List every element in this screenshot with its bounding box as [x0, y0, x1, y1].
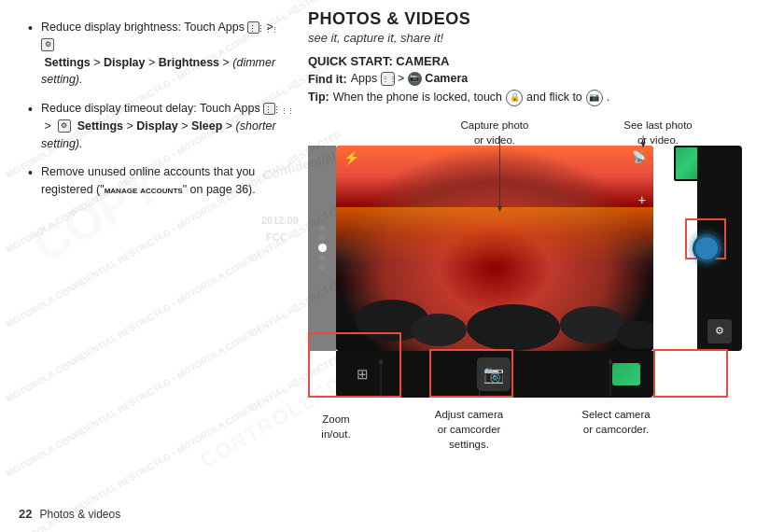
page-container: MOTOROLA CONFIDENTIAL RESTRICTED • MOTOR… [0, 0, 770, 532]
left-column: Reduce display brightness: Touch Apps ⋮⋮… [0, 0, 299, 532]
wifi-icon: 📡 [632, 150, 646, 163]
settings-btn[interactable]: ⚙ [707, 319, 732, 343]
annotation-zoom: Zoomin/out. [299, 412, 373, 441]
zoom-strip [308, 146, 336, 351]
annotation-capture: Capture photoor video. [453, 118, 537, 147]
bullet-text-1: Reduce display brightness: Touch Apps ⋮⋮… [41, 21, 276, 86]
zoom-indicator-active [318, 244, 327, 252]
camera-icon-small: 📷 [408, 72, 422, 86]
gallery-thumbnail-btn[interactable] [612, 363, 640, 385]
flash-icon: ⚡ [343, 150, 359, 165]
zoom-indicator [319, 225, 326, 231]
tip-text-2: and flick to [526, 89, 582, 106]
zoom-indicator [319, 255, 326, 261]
section-title: PHOTOS & VIDEOS [308, 9, 765, 29]
tip-label: Tip: [308, 89, 329, 106]
annotation-see-last: See last photoor video. [616, 118, 700, 147]
tip-period: . [607, 89, 609, 106]
zoom-indicator [319, 264, 326, 271]
list-item: Reduce display brightness: Touch Apps ⋮⋮… [28, 19, 282, 89]
camera-flick-icon: 📷 [586, 90, 603, 106]
shutter-button[interactable] [693, 234, 721, 262]
manage-accounts-link: manage accounts [105, 184, 183, 195]
camera-screen-inner: ⚡ 📡 + [336, 146, 653, 351]
bullet-text-3: Remove unused online accounts that you r… [41, 165, 256, 196]
apps-icon-2: ⋮⋮ [263, 103, 275, 115]
right-column: PHOTOS & VIDEOS see it, capture it, shar… [299, 0, 770, 532]
tip-text: When the phone is locked, touch [333, 89, 502, 106]
list-item: Reduce display timeout delay: Touch Apps… [28, 100, 282, 152]
camera-label: Camera [425, 72, 468, 85]
section-subtitle: see it, capture it, share it! [308, 31, 765, 45]
rock [616, 321, 653, 349]
horizon-glow [336, 207, 653, 263]
find-it-label: Find it: [308, 73, 347, 86]
rock [467, 304, 560, 351]
apps-icon: ⋮⋮ [247, 21, 259, 34]
camera-select-highlight-box [653, 349, 728, 398]
camera-diagram: Capture photoor video. See last photoor … [308, 118, 765, 454]
camera-shutter-icon[interactable]: 📷 [477, 357, 511, 391]
settings-icon-2: ⚙ [58, 119, 71, 133]
camera-screen: ⚡ 📡 + [336, 146, 653, 351]
quick-start-title: QUICK START: CAMERA [308, 54, 765, 68]
bullet-text-2: Reduce display timeout delay: Touch Apps… [41, 102, 276, 150]
find-it-line: Find it: Apps ⋮⋮ > 📷 Camera [308, 72, 765, 86]
rock [411, 314, 467, 346]
grid-icon[interactable]: ⊞ [349, 361, 375, 387]
list-item: Remove unused online accounts that you r… [28, 163, 282, 199]
camera-bottom-bar: ⊞ 📷 [336, 351, 653, 398]
find-it-text: Apps ⋮⋮ > 📷 Camera [351, 72, 469, 86]
settings-icon: ⚙ [41, 38, 54, 51]
bullet-list: Reduce display brightness: Touch Apps ⋮⋮… [28, 19, 282, 199]
apps-icon-find: ⋮⋮ [381, 72, 395, 86]
lock-icon-inline: 🔒 [506, 90, 523, 106]
right-col-inner: PHOTOS & VIDEOS see it, capture it, shar… [308, 9, 765, 523]
tip-line: Tip: When the phone is locked, touch 🔒 a… [308, 89, 765, 106]
rocks-layer [336, 267, 653, 351]
zoom-indicator [319, 234, 326, 241]
annotation-adjust: Adjust cameraor camcordersettings. [420, 407, 518, 452]
annotation-select: Select cameraor camcorder. [569, 407, 663, 437]
plus-icon: + [638, 192, 646, 207]
